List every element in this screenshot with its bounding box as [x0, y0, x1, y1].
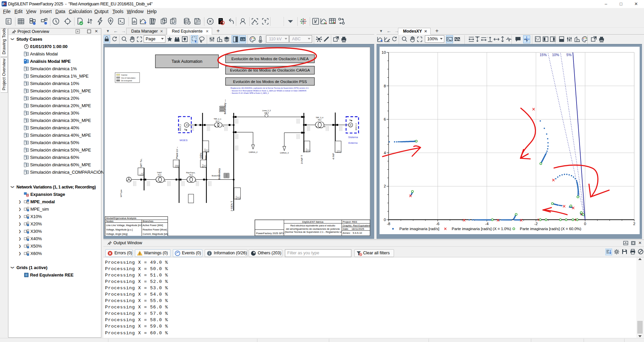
- svg-text:-4: -4: [485, 222, 489, 226]
- svg-text:Current, Magnitude [kA]: Current, Magnitude [kA]: [143, 232, 168, 236]
- svg-text:3 INF T: 3 INF T: [300, 155, 303, 164]
- svg-text:0: 0: [384, 218, 386, 222]
- svg-text:Out of Calculation: Out of Calculation: [121, 77, 136, 79]
- svg-text:37.7: 37.7: [208, 149, 209, 153]
- svg-text:Sistema: Sistema: [348, 136, 358, 139]
- svg-text:Plan...: Plan...: [204, 153, 207, 161]
- svg-text:Parte imaginaria [rad/s]: Parte imaginaria [rad/s]: [399, 227, 439, 231]
- svg-text:1,5: 1,5: [241, 38, 245, 41]
- svg-text:10: 10: [382, 50, 386, 54]
- svg-text:30.2: 30.2: [239, 197, 241, 200]
- svg-text:78.0: 78.0: [318, 119, 321, 121]
- svg-text:CARGA_3: CARGA_3: [280, 152, 289, 154]
- svg-text:Line-Line Voltage, Magnitude [: Line-Line Voltage, Magnitude [kV]: [106, 224, 142, 227]
- svg-text:-8: -8: [387, 222, 390, 226]
- svg-text:4: 4: [384, 151, 386, 155]
- svg-text:-0.7: -0.7: [309, 149, 311, 152]
- svg-text:Date: 18/11/2025: Date: 18/11/2025: [343, 227, 364, 230]
- svg-text:Active Power [MW]: Active Power [MW]: [143, 224, 163, 227]
- svg-text:TRF_3_4: TRF_3_4: [316, 117, 323, 119]
- svg-text:del amortiguamiento de oscilac: del amortiguamiento de oscilaciones de p…: [286, 227, 340, 230]
- svg-text:(Norma Técnica de Supervisión: (Norma Técnica de Supervisión 2.1 - Regl…: [285, 230, 342, 233]
- svg-text:Voltage, Angle [deg]: Voltage, Angle [deg]: [106, 232, 128, 236]
- svg-text:75.0: 75.0: [189, 174, 193, 176]
- svg-text:PowerFactory 2025 SP3: PowerFactory 2025 SP3: [256, 232, 284, 235]
- svg-text:Branches: Branches: [143, 220, 153, 223]
- svg-text:Breaker/Sw..: Breaker/Sw..: [212, 175, 220, 177]
- svg-text:0: 0: [584, 222, 586, 226]
- svg-text:Evolución de los Modos de Osci: Evolución de los Modos de Oscilación LIN…: [231, 57, 308, 61]
- svg-text:G: G: [186, 124, 188, 126]
- svg-text:MGES_4: MGES_4: [355, 123, 357, 130]
- svg-text:CARGA_2: CARGA_2: [249, 151, 257, 153]
- svg-text:Red eléctrica equivalente para: Red eléctrica equivalente para el estudi…: [290, 224, 335, 227]
- svg-text:Modal/Eigenvalue Analysis: Modal/Eigenvalue Analysis: [106, 217, 137, 220]
- svg-text:Reactive Power [Mvar]: Reactive Power [Mvar]: [143, 228, 167, 231]
- svg-text:2: 2: [633, 222, 635, 226]
- svg-text:G: G: [349, 124, 352, 126]
- svg-text:Project: REE: Project: REE: [343, 220, 357, 223]
- svg-text:8: 8: [384, 84, 386, 88]
- svg-text:Evolución de los Modos de Osci: Evolución de los Modos de Oscilación CAR…: [230, 68, 310, 72]
- svg-text:Task Automation: Task Automation: [171, 59, 202, 64]
- svg-text:Boundary: Boundary: [218, 168, 221, 180]
- svg-text:Inactive: Inactive: [121, 74, 128, 76]
- svg-text:6: 6: [384, 117, 386, 121]
- svg-text:30.2: 30.2: [205, 165, 207, 168]
- svg-text:Voltage, Magnitude [p.u.]: Voltage, Magnitude [p.u.]: [106, 228, 133, 231]
- svg-text:2: 2: [384, 184, 386, 188]
- svg-text:Parte imaginaria [rad/s] (X =: Parte imaginaria [rad/s] (X = 60.0%): [520, 227, 581, 231]
- svg-text:Annex: 5.9-5.10: Annex: 5.9-5.10: [343, 231, 362, 234]
- svg-text:Evolución de los Modos de Osci: Evolución de los Modos de Oscilación PSS: [233, 80, 307, 84]
- svg-text:TRF_2_1: TRF_2_1: [214, 118, 221, 120]
- svg-text:Reglamento UE 2016/631 y aplic: Reglamento UE 2016/631 y aplicación de l…: [231, 87, 309, 89]
- svg-text:0.0: 0.0: [340, 151, 342, 153]
- svg-text:5%: 5%: [566, 53, 572, 57]
- svg-text:91.0: 91.0: [216, 120, 219, 122]
- svg-text:MGES: MGES: [180, 139, 188, 142]
- svg-text:F: F: [4, 2, 7, 6]
- svg-text:MGES_1: MGES_1: [179, 124, 181, 131]
- svg-text:DIgSILENT Ibérica: DIgSILENT Ibérica: [302, 220, 324, 223]
- svg-text:WTType-: WTType-: [120, 189, 122, 197]
- svg-text:105.4: 105.4: [264, 112, 269, 114]
- svg-text:TrfWT: TrfWT: [157, 172, 162, 174]
- svg-text:2 GEN T: 2 GEN T: [230, 201, 233, 211]
- svg-text:Graphic: Red Equivalente: Graphic: Red Equivalente: [343, 224, 370, 227]
- svg-text:-2: -2: [534, 222, 538, 226]
- svg-text:15%: 15%: [540, 53, 547, 57]
- svg-text:Nodes: Nodes: [106, 220, 113, 223]
- svg-text:64.5: 64.5: [178, 165, 180, 168]
- svg-text:-6: -6: [436, 222, 439, 226]
- svg-text:De-energised: De-energised: [121, 80, 132, 82]
- svg-text:- Sección 5.9: Reemplazar MGES: - Sección 5.9: Reemplazar MGES en Nudo 1…: [231, 90, 306, 92]
- svg-text:10%: 10%: [552, 53, 559, 57]
- svg-text:-92.9: -92.9: [143, 172, 145, 176]
- svg-text:PlantTrans..: PlantTrans..: [186, 172, 196, 174]
- svg-text:WT Tv..: WT Tv..: [140, 158, 143, 167]
- svg-text:- Sección 5.10: Añadir MPE a N: - Sección 5.10: Añadir MPE a Nudo 2_GEN_…: [231, 92, 269, 94]
- svg-text:75.0: 75.0: [158, 174, 161, 176]
- svg-text:Externo: Externo: [348, 141, 358, 144]
- svg-text:Parte imaginaria [rad/s] (X =: Parte imaginaria [rad/s] (X = 1.0%): [452, 227, 511, 231]
- svg-text:GEN: GEN: [199, 153, 202, 159]
- svg-text:Plant LV –: Plant LV –: [176, 146, 179, 159]
- svg-text:Linea_2_3: Linea_2_3: [262, 110, 270, 112]
- svg-text:4 INF: 4 INF: [332, 153, 335, 160]
